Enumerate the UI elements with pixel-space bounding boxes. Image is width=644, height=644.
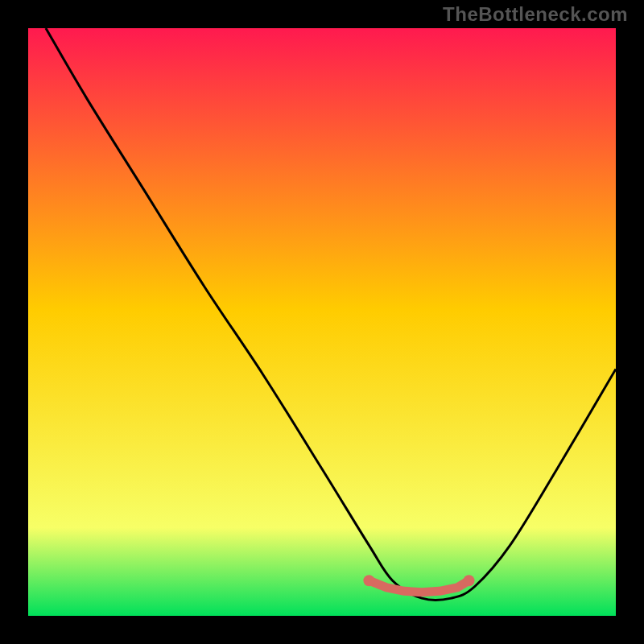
chart-container: TheBottleneck.com: [0, 0, 644, 644]
gradient-background: [28, 28, 616, 616]
optimal-range-endpoint: [464, 575, 475, 586]
optimal-range-endpoint: [363, 575, 374, 586]
watermark-text: TheBottleneck.com: [443, 3, 628, 26]
bottleneck-chart-svg: [28, 28, 616, 616]
plot-area: [28, 28, 616, 616]
